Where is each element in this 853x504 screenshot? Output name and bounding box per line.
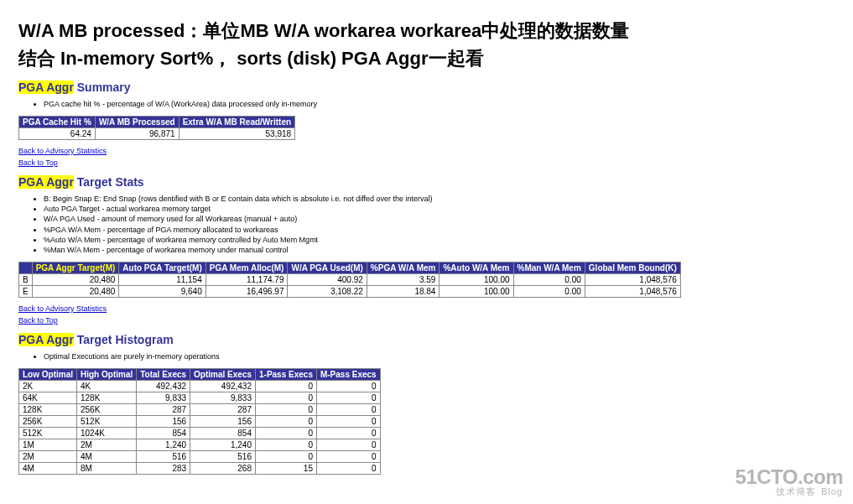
title-line-1: W/A MB processed：单位MB W/A workarea worka… xyxy=(18,17,835,44)
col-header: 1-Pass Execs xyxy=(256,369,317,381)
table-row: 64.2496,87153,918 xyxy=(19,128,295,140)
watermark-line1: 51CTO.com xyxy=(736,466,843,487)
col-header: High Optimal xyxy=(77,369,137,381)
table-row: B20,48011,15411,174.79400.923.59100.000.… xyxy=(19,273,681,285)
histogram-table: Low OptimalHigh OptimalTotal ExecsOptima… xyxy=(18,368,381,475)
table-row: 1M2M1,2401,24000 xyxy=(19,439,381,451)
col-header: Auto PGA Target(M) xyxy=(119,262,205,273)
section-label: Summary xyxy=(74,81,131,94)
col-header: Extra W/A MB Read/Written xyxy=(179,117,294,128)
col-header: Low Optimal xyxy=(19,369,77,381)
table-row: E20,4809,64016,496.973,108.2218.84100.00… xyxy=(19,285,681,297)
highlight: PGA Aggr xyxy=(18,175,74,189)
table-row: 512K1024K85485400 xyxy=(19,428,381,439)
col-header: PGA Aggr Target(M) xyxy=(32,262,119,273)
title-line-2: 结合 In-memory Sort%， sorts (disk) PGA Agg… xyxy=(18,44,835,72)
section-label: Target Stats xyxy=(74,175,144,189)
back-advisory-link[interactable]: Back to Advisory Statistics xyxy=(18,147,107,155)
col-header: PGA Cache Hit % xyxy=(19,117,96,128)
back-advisory-link[interactable]: Back to Advisory Statistics xyxy=(18,304,107,313)
note-item: %Man W/A Mem - percentage of workarea me… xyxy=(44,245,835,255)
highlight: PGA Aggr xyxy=(18,333,74,346)
summary-notes: PGA cache hit % - percentage of W/A (Wor… xyxy=(18,99,835,109)
table-row: 128K256K28728700 xyxy=(19,404,381,416)
col-header: Optimal Execs xyxy=(190,369,256,381)
watermark: 51CTO.com 技术博客Blog xyxy=(736,466,843,496)
col-header: W/A MB Processed xyxy=(95,117,179,128)
section-summary-title: PGA Aggr Summary xyxy=(18,81,835,94)
col-header: %Auto W/A Mem xyxy=(440,262,513,273)
histogram-notes: Optimal Executions are purely in-memory … xyxy=(18,351,835,361)
col-header: Total Execs xyxy=(137,369,190,381)
col-header: %PGA W/A Mem xyxy=(367,262,440,273)
highlight: PGA Aggr xyxy=(18,81,74,94)
col-header: M-Pass Execs xyxy=(316,369,380,381)
note-item: Optimal Executions are purely in-memory … xyxy=(44,351,835,361)
col-header: PGA Mem Alloc(M) xyxy=(205,262,288,273)
col-header: %Man W/A Mem xyxy=(513,262,585,273)
note-item: %PGA W/A Mem - percentage of PGA memory … xyxy=(44,225,835,235)
note-item: %Auto W/A Mem - percentage of workarea m… xyxy=(44,235,835,245)
targetstats-table: PGA Aggr Target(M)Auto PGA Target(M)PGA … xyxy=(18,262,681,298)
targetstats-notes: B: Begin Snap E: End Snap (rows dentifie… xyxy=(18,194,835,255)
table-row: 4M8M283268150 xyxy=(19,463,381,475)
table-row: 2M4M51651600 xyxy=(19,451,381,463)
col-header: W/A PGA Used(M) xyxy=(288,262,367,273)
table-row: 256K512K15615600 xyxy=(19,416,381,428)
note-item: B: Begin Snap E: End Snap (rows dentifie… xyxy=(44,194,835,204)
note-item: PGA cache hit % - percentage of W/A (Wor… xyxy=(44,99,835,109)
note-item: Auto PGA Target - actual workarea memory… xyxy=(44,204,835,214)
page-title: W/A MB processed：单位MB W/A workarea worka… xyxy=(18,17,835,72)
watermark-line2: 技术博客Blog xyxy=(736,487,843,496)
note-item: W/A PGA Used - amount of memory used for… xyxy=(44,214,835,224)
col-header xyxy=(19,262,33,273)
table-row: 2K4K492,432492,43200 xyxy=(19,381,381,392)
col-header: Global Mem Bound(K) xyxy=(585,262,680,273)
back-top-link[interactable]: Back to Top xyxy=(18,316,58,325)
table-row: 64K128K9,8339,83300 xyxy=(19,392,381,404)
summary-table: PGA Cache Hit %W/A MB ProcessedExtra W/A… xyxy=(18,116,295,140)
back-top-link[interactable]: Back to Top xyxy=(18,158,58,167)
section-targetstats-title: PGA Aggr Target Stats xyxy=(18,175,835,189)
section-histogram-title: PGA Aggr Target Histogram xyxy=(18,333,835,346)
section-label: Target Histogram xyxy=(74,333,174,346)
